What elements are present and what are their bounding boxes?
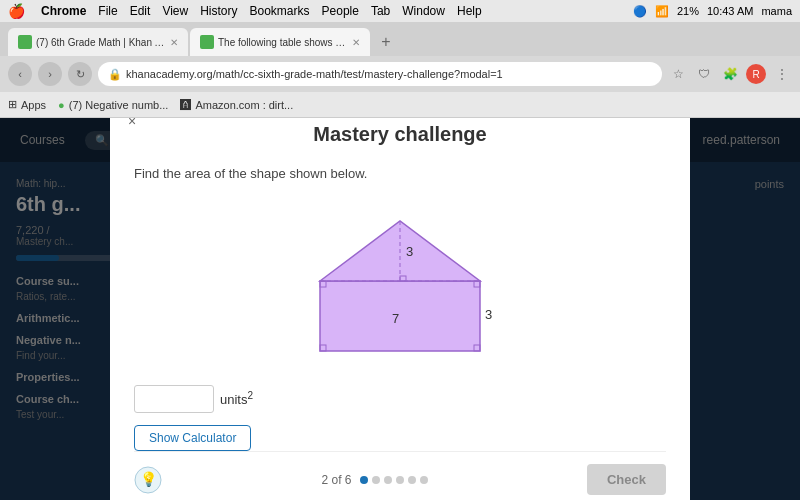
modal-overlay: × Mastery challenge Find the area of the…: [0, 118, 800, 500]
shape-container: 3 7 3: [134, 201, 666, 361]
more-options-icon[interactable]: ⋮: [772, 64, 792, 84]
tab-1-favicon: [18, 35, 32, 49]
tab-2-close[interactable]: ✕: [352, 37, 360, 48]
progress-count: 2 of 6: [321, 473, 351, 487]
browser-content: Courses 🔍 Search 🎓 Khan Academy Donate r…: [0, 118, 800, 500]
reload-button[interactable]: ↻: [68, 62, 92, 86]
tab-2[interactable]: The following table shows the... ✕: [190, 28, 370, 56]
svg-text:3: 3: [485, 307, 492, 322]
lock-icon: 🔒: [108, 68, 122, 81]
battery-status: 21%: [677, 5, 699, 17]
menu-history[interactable]: History: [200, 4, 237, 18]
menu-items: File Edit View History Bookmarks People …: [98, 4, 481, 18]
apps-grid-icon: ⊞: [8, 98, 17, 111]
bookmarks-bar: ⊞ Apps ● (7) Negative numb... 🅰 Amazon.c…: [0, 92, 800, 118]
dot-4: [396, 476, 404, 484]
shield-icon[interactable]: 🛡: [694, 64, 714, 84]
menu-people[interactable]: People: [322, 4, 359, 18]
back-button[interactable]: ‹: [8, 62, 32, 86]
modal-body: Find the area of the shape shown below.: [134, 166, 666, 451]
modal-footer: 💡 2 of 6 Check: [134, 451, 666, 495]
bookmark-amazon-label: Amazon.com : dirt...: [195, 99, 293, 111]
answer-input[interactable]: [134, 385, 214, 413]
menu-right-icons: 🔵 📶 21% 10:43 AM mama: [633, 5, 792, 18]
menu-edit[interactable]: Edit: [130, 4, 151, 18]
address-bar: ‹ › ↻ 🔒 khanacademy.org/math/cc-sixth-gr…: [0, 56, 800, 92]
browser-chrome: (7) 6th Grade Math | Khan Ac... ✕ The fo…: [0, 22, 800, 118]
menu-help[interactable]: Help: [457, 4, 482, 18]
tab-2-title: The following table shows the...: [218, 37, 348, 48]
bookmark-amazon[interactable]: 🅰 Amazon.com : dirt...: [180, 99, 293, 111]
bookmark-negative-favicon: ●: [58, 99, 65, 111]
dot-6: [420, 476, 428, 484]
app-name: Chrome: [41, 4, 86, 18]
tab-2-favicon: [200, 35, 214, 49]
dot-3: [384, 476, 392, 484]
apple-icon[interactable]: 🍎: [8, 3, 25, 19]
units-label: units2: [220, 390, 253, 407]
dot-5: [408, 476, 416, 484]
calculator-section: Show Calculator: [134, 425, 666, 451]
modal-close-button[interactable]: ×: [122, 118, 142, 131]
show-calculator-button[interactable]: Show Calculator: [134, 425, 251, 451]
check-button[interactable]: Check: [587, 464, 666, 495]
browser-actions: ☆ 🛡 🧩 R ⋮: [668, 64, 792, 84]
menu-bookmarks[interactable]: Bookmarks: [250, 4, 310, 18]
username-display: mama: [761, 5, 792, 17]
svg-text:💡: 💡: [140, 471, 158, 488]
shape-svg: 3 7 3: [300, 201, 500, 361]
forward-button[interactable]: ›: [38, 62, 62, 86]
bookmark-negative-label: (7) Negative numb...: [69, 99, 169, 111]
svg-text:3: 3: [406, 244, 413, 259]
wifi-icon: 📶: [655, 5, 669, 18]
tab-1-close[interactable]: ✕: [170, 37, 178, 48]
url-bar[interactable]: 🔒 khanacademy.org/math/cc-sixth-grade-ma…: [98, 62, 662, 86]
tab-1[interactable]: (7) 6th Grade Math | Khan Ac... ✕: [8, 28, 188, 56]
progress-dots: 2 of 6: [321, 473, 427, 487]
dot-1: [360, 476, 368, 484]
mastery-challenge-modal: × Mastery challenge Find the area of the…: [110, 118, 690, 500]
units-superscript: 2: [247, 390, 253, 401]
url-text: khanacademy.org/math/cc-sixth-grade-math…: [126, 68, 503, 80]
bookmark-apps-label: Apps: [21, 99, 46, 111]
tab-1-title: (7) 6th Grade Math | Khan Ac...: [36, 37, 166, 48]
time-display: 10:43 AM: [707, 5, 753, 17]
bookmark-star-icon[interactable]: ☆: [668, 64, 688, 84]
dots-container: [360, 476, 428, 484]
hint-icon: 💡: [134, 466, 162, 494]
hint-button[interactable]: 💡: [134, 466, 162, 494]
menu-tab[interactable]: Tab: [371, 4, 390, 18]
answer-section: units2: [134, 385, 666, 413]
bookmark-apps[interactable]: ⊞ Apps: [8, 98, 46, 111]
bookmark-amazon-favicon: 🅰: [180, 99, 191, 111]
profile-icon[interactable]: R: [746, 64, 766, 84]
new-tab-button[interactable]: +: [372, 28, 400, 56]
menu-window[interactable]: Window: [402, 4, 445, 18]
menu-view[interactable]: View: [162, 4, 188, 18]
dot-2: [372, 476, 380, 484]
svg-rect-0: [320, 281, 480, 351]
bluetooth-icon: 🔵: [633, 5, 647, 18]
bookmark-negative[interactable]: ● (7) Negative numb...: [58, 99, 168, 111]
modal-title: Mastery challenge: [134, 123, 666, 146]
svg-text:7: 7: [392, 311, 399, 326]
question-text: Find the area of the shape shown below.: [134, 166, 666, 181]
extension-puzzle-icon[interactable]: 🧩: [720, 64, 740, 84]
menu-file[interactable]: File: [98, 4, 117, 18]
mac-menubar: 🍎 Chrome File Edit View History Bookmark…: [0, 0, 800, 22]
tab-bar: (7) 6th Grade Math | Khan Ac... ✕ The fo…: [0, 22, 800, 56]
